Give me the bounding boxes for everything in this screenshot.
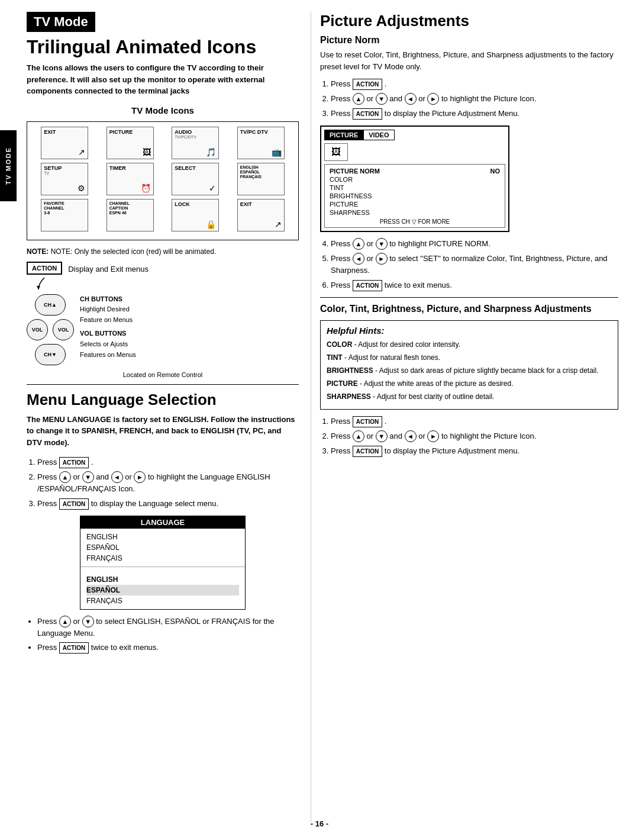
lang-francais: FRANÇAIS <box>86 553 239 564</box>
located-text: Located on Remote Control <box>27 371 299 378</box>
pn-right-icon2: ► <box>376 253 388 265</box>
pn-item-sharpness: SHARPNESS <box>330 208 500 217</box>
page-number-container: - 16 - <box>0 819 639 828</box>
ctb-right-icon: ► <box>427 430 439 442</box>
step3: Press ACTION to display the Language sel… <box>37 498 299 510</box>
pn-item-norm: PICTURE NORM NO <box>330 167 500 175</box>
vol-buttons-row: VOL VOL <box>27 319 74 340</box>
ch-down-btn: CH▼ <box>35 344 66 365</box>
left-arrow-icon: ◄ <box>111 471 123 483</box>
action-btn-ctb1: ACTION <box>353 416 382 427</box>
hint-color: COLOR - Adjust for desired color intensi… <box>327 339 612 350</box>
action-button-icon: ACTION <box>27 262 62 275</box>
lang-english-2: ENGLISH <box>86 574 239 585</box>
hint-sharpness: SHARPNESS - Adjust for best clarity of o… <box>327 391 612 402</box>
pn-step2: Press ▲ or ▼ and ◄ or ► to highlight the… <box>331 93 618 105</box>
picture-norm-steps1: Press ACTION . Press ▲ or ▼ and ◄ or ► t… <box>320 78 618 120</box>
hint-brightness: BRIGHTNESS - Adjust so dark areas of pic… <box>327 365 612 376</box>
pn-tab-video: VIDEO <box>363 130 394 140</box>
helpful-hints-title: Helpful Hints: <box>327 326 612 336</box>
menu-display-header: LANGUAGE <box>80 516 245 529</box>
icon-picture: PICTURE 🖼 <box>106 127 154 159</box>
vol-up-btn: VOL <box>53 319 74 340</box>
icon-timer: TIMER ⏰ <box>106 163 154 195</box>
left-column: TV Mode Trilingual Animated Icons The Ic… <box>27 12 311 822</box>
icon-language: ENGLISHESPAÑOLFRANÇAIS <box>237 163 285 195</box>
section2-bullets: Press ▲ or ▼ to select ENGLISH, ESPAÑOL … <box>27 616 299 654</box>
pn-menu-items: PICTURE NORM NO COLOR TINT BRIGHTNESS PI… <box>324 164 505 228</box>
ctb-up-icon: ▲ <box>353 430 364 442</box>
bullet2: Press ACTION twice to exit menus. <box>37 642 299 654</box>
section2-title: Menu Language Selection <box>27 391 299 409</box>
action-btn-pn3: ACTION <box>353 108 382 120</box>
pn-step4: Press ▲ or ▼ to highlight PICTURE NORM. <box>331 238 618 250</box>
lang-espanol-2: ESPAÑOL <box>86 585 239 596</box>
menu-display-items2: ENGLISH ESPAÑOL FRANÇAIS <box>80 571 245 609</box>
remote-description: CH BUTTONS Highlight Desired Feature on … <box>80 294 136 361</box>
pn-step6: Press ACTION twice to exit menus. <box>331 279 618 291</box>
pn-left-icon: ◄ <box>405 93 417 105</box>
icons-row-3: FAVORITECHANNEL3-8 CHANNELCAPTIONESPN 46… <box>32 199 293 231</box>
picture-norm-steps2: Press ▲ or ▼ to highlight PICTURE NORM. … <box>320 238 618 291</box>
ctb-steps: Press ACTION . Press ▲ or ▼ and ◄ or ► t… <box>320 416 618 457</box>
language-menu-display: LANGUAGE ENGLISH ESPAÑOL FRANÇAIS ENGLIS… <box>80 516 246 610</box>
pn-icon: 🖼 <box>324 143 348 161</box>
icon-tvpc-dtv: TV/PC DTV 📺 <box>237 127 285 159</box>
icon-select: SELECT ✓ <box>172 163 219 195</box>
page-header: TV Mode <box>27 12 95 32</box>
section-divider <box>27 384 299 385</box>
picture-norm-title: Picture Norm <box>320 35 618 46</box>
page: TV MODE TV Mode Trilingual Animated Icon… <box>0 0 639 840</box>
action-btn-pn6: ACTION <box>353 280 382 291</box>
bullet1: Press ▲ or ▼ to select ENGLISH, ESPAÑOL … <box>37 616 299 639</box>
up-icon-b1: ▲ <box>59 616 71 627</box>
icons-grid: EXIT ↗ PICTURE 🖼 AUDIO TV/PC/DTV 🎵 TV/PC… <box>27 121 299 240</box>
icon-exit: EXIT ↗ <box>41 127 88 159</box>
ctb-left-icon: ◄ <box>405 430 417 442</box>
remote-buttons: CH▲ VOL VOL CH▼ <box>27 294 74 365</box>
action-btn-pn1: ACTION <box>353 79 382 90</box>
icon-setup: SETUP TV ⚙ <box>41 163 88 195</box>
pn-left-icon2: ◄ <box>353 253 364 265</box>
icon-channel-caption: CHANNELCAPTIONESPN 46 <box>106 199 154 231</box>
pn-item-picture: PICTURE <box>330 200 500 208</box>
section-divider2 <box>320 297 618 298</box>
ctb-step3: Press ACTION to display the Picture Adju… <box>331 445 618 457</box>
helpful-hints-box: Helpful Hints: COLOR - Adjust for desire… <box>320 320 618 410</box>
icon-exit2: EXIT ↗ <box>237 199 285 231</box>
pn-step5: Press ◄ or ► to select "SET" to normaliz… <box>331 253 618 276</box>
note-text: NOTE: NOTE: Only the selected icon (red)… <box>27 247 299 256</box>
icons-section-title: TV Mode Icons <box>27 105 299 115</box>
ctb-title: Color, Tint, Brightness, Picture, and Sh… <box>320 304 618 314</box>
picture-norm-intro: Use to reset Color, Tint, Brightness, Pi… <box>320 49 618 72</box>
pn-tab-picture: PICTURE <box>324 130 363 140</box>
action-btn-step1: ACTION <box>59 457 89 468</box>
step2: Press ▲ or ▼ and ◄ or ► to highlight the… <box>37 471 299 495</box>
pn-step1: Press ACTION . <box>331 78 618 90</box>
action-btn-step3: ACTION <box>59 498 89 510</box>
pn-right-icon: ► <box>427 93 439 105</box>
icon-favorite-channel: FAVORITECHANNEL3-8 <box>41 199 88 231</box>
section2-steps: Press ACTION . Press ▲ or ▼ and ◄ or ► t… <box>27 456 299 510</box>
pn-bottom-text: PRESS CH ▽ FOR MORE <box>330 218 500 225</box>
pn-item-brightness: BRIGHTNESS <box>330 192 500 200</box>
lang-espanol: ESPAÑOL <box>86 542 239 553</box>
pn-down-icon: ▼ <box>376 93 388 105</box>
lang-francais-2: FRANÇAIS <box>86 596 239 606</box>
vol-down-btn: VOL <box>27 319 48 340</box>
section1-title: Trilingual Animated Icons <box>27 37 299 57</box>
hint-picture: PICTURE - Adjust the white areas of the … <box>327 378 612 389</box>
pn-tabs: PICTURE VIDEO <box>324 130 505 140</box>
lang-english: ENGLISH <box>86 532 239 542</box>
pn-step3: Press ACTION to display the Picture Adju… <box>331 108 618 120</box>
icons-row-1: EXIT ↗ PICTURE 🖼 AUDIO TV/PC/DTV 🎵 TV/PC… <box>32 127 293 159</box>
ctb-step1: Press ACTION . <box>331 416 618 427</box>
right-column: Picture Adjustments Picture Norm Use to … <box>311 12 618 822</box>
right-arrow-icon: ► <box>134 471 146 483</box>
action-arrow-icon <box>36 278 53 289</box>
down-arrow-icon: ▼ <box>82 471 94 483</box>
pn-up-icon: ▲ <box>353 93 364 105</box>
pn-item-tint: TINT <box>330 184 500 192</box>
step1: Press ACTION . <box>37 456 299 468</box>
action-desc: Display and Exit menus <box>68 262 149 273</box>
